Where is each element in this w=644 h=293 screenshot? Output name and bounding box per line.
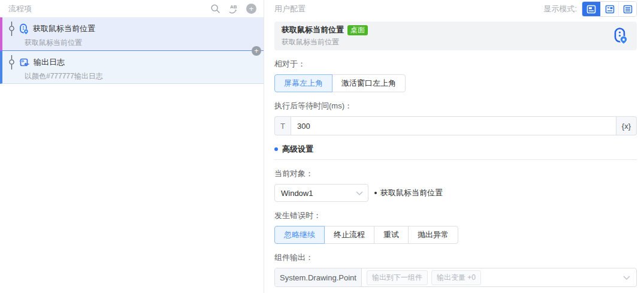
current-object-select[interactable]: Window1 — [274, 184, 368, 202]
wait-time-input[interactable] — [291, 116, 616, 135]
app-window: 流程项 AB + 获取鼠标当前位置 获取鼠标当前 — [0, 0, 644, 293]
item-title: 获取鼠标当前位置 — [33, 23, 95, 34]
desktop-badge: 桌面 — [347, 25, 368, 35]
wait-time-label: 执行后等待时间(ms)： — [274, 101, 637, 111]
process-items-panel: 流程项 AB + 获取鼠标当前位置 获取鼠标当前 — [0, 0, 264, 293]
blue-dot-icon — [274, 147, 278, 151]
svg-text:AB: AB — [230, 4, 237, 10]
component-output-group[interactable]: System.Drawing.Point 输出到下一组件 输出变量 +0 — [274, 268, 637, 287]
display-mode-list-button[interactable] — [618, 2, 636, 16]
error-abort-button[interactable]: 终止流程 — [324, 226, 374, 244]
current-object-value: Window1 — [281, 189, 313, 198]
current-object-label: 当前对象： — [274, 168, 637, 179]
advanced-settings-toggle[interactable]: 高级设置 — [274, 144, 637, 155]
process-items-title: 流程项 — [8, 4, 32, 14]
user-config-title: 用户配置 — [274, 4, 306, 14]
item-subtitle: 以颜色#777777输出日志 — [25, 71, 258, 81]
process-item-get-mouse-position[interactable]: 获取鼠标当前位置 获取鼠标当前位置 — [0, 17, 264, 51]
advanced-settings-label: 高级设置 — [282, 144, 313, 155]
error-throw-button[interactable]: 抛出异常 — [408, 226, 458, 244]
insert-item-icon[interactable]: + — [252, 46, 261, 56]
display-mode-card-button[interactable] — [582, 2, 600, 16]
output-next-component-chip[interactable]: 输出到下一组件 — [367, 270, 428, 285]
process-items-header: 流程项 AB + — [0, 0, 264, 17]
expression-icon[interactable]: {x} — [616, 116, 637, 135]
process-item-output-log[interactable]: 输出日志 以颜色#777777输出日志 — [0, 51, 264, 84]
display-mode-split-button[interactable] — [600, 2, 618, 16]
user-config-panel: 用户配置 显示模式: 获取鼠标当前位 — [264, 0, 644, 293]
on-error-label: 发生错误时： — [274, 210, 637, 221]
relative-button-group: 屏幕左上角 激活窗口左上角 — [274, 74, 637, 92]
error-retry-button[interactable]: 重试 — [374, 226, 409, 244]
divider — [274, 159, 637, 160]
object-hint: 获取鼠标当前位置 — [374, 188, 443, 198]
output-type: System.Drawing.Point — [275, 268, 362, 286]
display-mode-label: 显示模式: — [543, 4, 577, 14]
error-ignore-button[interactable]: 忽略继续 — [274, 226, 325, 244]
chevron-down-icon — [356, 191, 363, 195]
on-error-button-group: 忽略继续 终止流程 重试 抛出异常 — [274, 226, 637, 244]
object-hint-text: 获取鼠标当前位置 — [380, 188, 443, 198]
bullet-icon — [374, 192, 377, 194]
node-handle-icon[interactable] — [8, 55, 15, 70]
relative-window-button[interactable]: 激活窗口左上角 — [332, 74, 406, 92]
batch-rename-icon[interactable]: AB — [228, 4, 239, 14]
search-icon[interactable] — [210, 4, 220, 14]
add-item-icon[interactable]: + — [246, 4, 256, 14]
text-type-addon[interactable]: T — [274, 116, 291, 135]
output-log-icon — [19, 58, 29, 68]
wait-time-input-group: T {x} — [274, 116, 637, 135]
component-title: 获取鼠标当前位置 — [282, 25, 344, 35]
mouse-location-icon — [613, 27, 628, 45]
component-summary-card: 获取鼠标当前位置 桌面 获取鼠标当前位置 — [274, 22, 637, 50]
node-handle-icon[interactable] — [8, 22, 15, 36]
output-variable-chip[interactable]: 输出变量 +0 — [431, 270, 481, 285]
chevron-down-icon — [623, 276, 636, 280]
display-mode-switcher — [582, 1, 637, 17]
relative-screen-button[interactable]: 屏幕左上角 — [274, 74, 332, 92]
item-title: 输出日志 — [34, 57, 65, 68]
item-subtitle: 获取鼠标当前位置 — [25, 38, 258, 48]
user-config-header: 用户配置 显示模式: — [274, 0, 637, 18]
component-subtitle: 获取鼠标当前位置 — [282, 37, 368, 47]
relative-label: 相对于： — [274, 59, 637, 70]
component-output-label: 组件输出： — [274, 252, 637, 263]
mouse-position-icon — [19, 23, 29, 34]
